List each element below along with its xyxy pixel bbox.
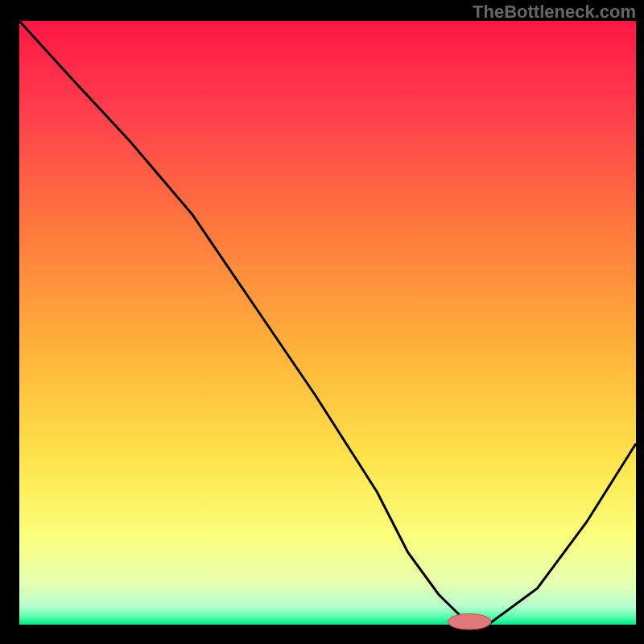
optimal-marker (448, 614, 491, 630)
chart-frame: TheBottleneck.com (0, 0, 644, 644)
bottleneck-chart (0, 0, 644, 644)
watermark-text: TheBottleneck.com (473, 2, 636, 23)
gradient-background (19, 21, 636, 625)
